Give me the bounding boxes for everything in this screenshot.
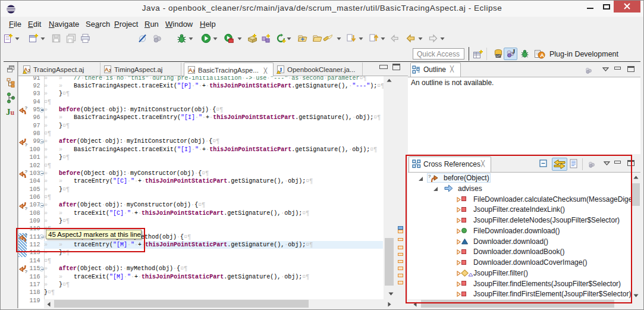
svg-text:J: J <box>192 68 194 74</box>
